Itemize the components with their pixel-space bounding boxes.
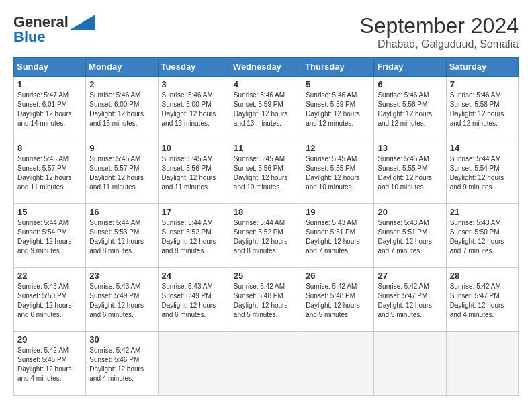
day-number: 13 [378, 143, 442, 153]
day-number: 1 [17, 79, 82, 89]
calendar-cell: 17 Sunrise: 5:44 AM Sunset: 5:52 PM Dayl… [158, 204, 230, 268]
calendar-cell: 8 Sunrise: 5:45 AM Sunset: 5:57 PM Dayli… [14, 140, 86, 204]
calendar-cell: 22 Sunrise: 5:43 AM Sunset: 5:50 PM Dayl… [14, 268, 86, 332]
day-number: 16 [89, 207, 154, 217]
calendar-cell: 21 Sunrise: 5:43 AM Sunset: 5:50 PM Dayl… [446, 204, 518, 268]
day-number: 20 [378, 207, 442, 217]
calendar-cell: 19 Sunrise: 5:43 AM Sunset: 5:51 PM Dayl… [302, 204, 374, 268]
day-info: Sunrise: 5:44 AM Sunset: 5:54 PM Dayligh… [450, 154, 515, 192]
weekday-wednesday: Wednesday [230, 58, 302, 77]
day-number: 5 [306, 79, 370, 89]
day-info: Sunrise: 5:46 AM Sunset: 5:59 PM Dayligh… [234, 91, 298, 128]
day-info: Sunrise: 5:43 AM Sunset: 5:49 PM Dayligh… [162, 282, 226, 320]
calendar-cell: 9 Sunrise: 5:45 AM Sunset: 5:57 PM Dayli… [86, 140, 158, 204]
day-info: Sunrise: 5:42 AM Sunset: 5:46 PM Dayligh… [17, 346, 82, 383]
day-number: 2 [89, 79, 154, 89]
logo-blue: Blue [13, 28, 46, 46]
week-row-2: 8 Sunrise: 5:45 AM Sunset: 5:57 PM Dayli… [14, 140, 519, 204]
day-info: Sunrise: 5:44 AM Sunset: 5:52 PM Dayligh… [234, 218, 298, 256]
day-number: 29 [17, 334, 82, 345]
day-number: 22 [17, 271, 82, 281]
day-number: 12 [306, 143, 370, 153]
calendar-cell: 15 Sunrise: 5:44 AM Sunset: 5:54 PM Dayl… [14, 204, 86, 268]
week-row-3: 15 Sunrise: 5:44 AM Sunset: 5:54 PM Dayl… [14, 204, 519, 268]
calendar-cell: 7 Sunrise: 5:46 AM Sunset: 5:58 PM Dayli… [446, 77, 518, 140]
day-number: 26 [306, 271, 370, 281]
week-row-4: 22 Sunrise: 5:43 AM Sunset: 5:50 PM Dayl… [14, 268, 519, 332]
weekday-sunday: Sunday [14, 58, 86, 77]
weekday-tuesday: Tuesday [158, 58, 230, 77]
day-info: Sunrise: 5:46 AM Sunset: 5:58 PM Dayligh… [378, 91, 442, 128]
calendar-cell: 29 Sunrise: 5:42 AM Sunset: 5:46 PM Dayl… [14, 332, 86, 396]
calendar-cell [446, 332, 518, 396]
day-info: Sunrise: 5:44 AM Sunset: 5:54 PM Dayligh… [17, 218, 82, 256]
day-number: 10 [162, 143, 226, 153]
day-info: Sunrise: 5:46 AM Sunset: 6:00 PM Dayligh… [89, 91, 154, 128]
calendar-cell: 16 Sunrise: 5:44 AM Sunset: 5:53 PM Dayl… [86, 204, 158, 268]
day-number: 19 [306, 207, 370, 217]
day-info: Sunrise: 5:42 AM Sunset: 5:48 PM Dayligh… [234, 282, 298, 320]
logo-icon [70, 15, 95, 30]
calendar-cell: 23 Sunrise: 5:43 AM Sunset: 5:49 PM Dayl… [86, 268, 158, 332]
weekday-thursday: Thursday [302, 58, 374, 77]
calendar-cell: 24 Sunrise: 5:43 AM Sunset: 5:49 PM Dayl… [158, 268, 230, 332]
day-number: 21 [450, 207, 515, 217]
month-title: September 2024 [359, 13, 519, 38]
day-number: 8 [17, 143, 82, 153]
calendar-cell [230, 332, 302, 396]
day-number: 6 [378, 79, 442, 89]
day-info: Sunrise: 5:43 AM Sunset: 5:51 PM Dayligh… [306, 218, 370, 256]
calendar-cell: 13 Sunrise: 5:45 AM Sunset: 5:55 PM Dayl… [374, 140, 446, 204]
calendar-cell: 26 Sunrise: 5:42 AM Sunset: 5:48 PM Dayl… [302, 268, 374, 332]
calendar-cell: 2 Sunrise: 5:46 AM Sunset: 6:00 PM Dayli… [86, 77, 158, 140]
calendar-cell [374, 332, 446, 396]
day-number: 17 [162, 207, 226, 217]
calendar-cell: 18 Sunrise: 5:44 AM Sunset: 5:52 PM Dayl… [230, 204, 302, 268]
day-info: Sunrise: 5:42 AM Sunset: 5:48 PM Dayligh… [306, 282, 370, 320]
calendar-table: SundayMondayTuesdayWednesdayThursdayFrid… [13, 57, 519, 396]
calendar-cell: 25 Sunrise: 5:42 AM Sunset: 5:48 PM Dayl… [230, 268, 302, 332]
calendar-cell: 20 Sunrise: 5:43 AM Sunset: 5:51 PM Dayl… [374, 204, 446, 268]
day-info: Sunrise: 5:42 AM Sunset: 5:47 PM Dayligh… [378, 282, 442, 320]
day-number: 15 [17, 207, 82, 217]
calendar-cell: 5 Sunrise: 5:46 AM Sunset: 5:59 PM Dayli… [302, 77, 374, 140]
weekday-header-row: SundayMondayTuesdayWednesdayThursdayFrid… [14, 58, 519, 77]
week-row-5: 29 Sunrise: 5:42 AM Sunset: 5:46 PM Dayl… [14, 332, 519, 396]
day-number: 24 [162, 271, 226, 281]
day-info: Sunrise: 5:47 AM Sunset: 6:01 PM Dayligh… [17, 91, 82, 128]
calendar-cell: 11 Sunrise: 5:45 AM Sunset: 5:56 PM Dayl… [230, 140, 302, 204]
day-info: Sunrise: 5:43 AM Sunset: 5:50 PM Dayligh… [450, 218, 515, 256]
day-info: Sunrise: 5:43 AM Sunset: 5:49 PM Dayligh… [89, 282, 154, 320]
day-info: Sunrise: 5:45 AM Sunset: 5:56 PM Dayligh… [234, 154, 298, 192]
day-number: 23 [89, 271, 154, 281]
week-row-1: 1 Sunrise: 5:47 AM Sunset: 6:01 PM Dayli… [14, 77, 519, 140]
day-number: 30 [89, 334, 154, 345]
day-number: 11 [234, 143, 298, 153]
day-info: Sunrise: 5:46 AM Sunset: 5:58 PM Dayligh… [450, 91, 515, 128]
calendar-cell: 10 Sunrise: 5:45 AM Sunset: 5:56 PM Dayl… [158, 140, 230, 204]
day-info: Sunrise: 5:43 AM Sunset: 5:50 PM Dayligh… [17, 282, 82, 320]
weekday-monday: Monday [86, 58, 158, 77]
weekday-saturday: Saturday [446, 58, 518, 77]
calendar-cell: 6 Sunrise: 5:46 AM Sunset: 5:58 PM Dayli… [374, 77, 446, 140]
day-info: Sunrise: 5:45 AM Sunset: 5:57 PM Dayligh… [89, 154, 154, 192]
day-number: 7 [450, 79, 515, 89]
day-info: Sunrise: 5:45 AM Sunset: 5:55 PM Dayligh… [306, 154, 370, 192]
svg-marker-0 [70, 15, 95, 30]
day-number: 27 [378, 271, 442, 281]
day-number: 18 [234, 207, 298, 217]
day-info: Sunrise: 5:45 AM Sunset: 5:57 PM Dayligh… [17, 154, 82, 192]
day-info: Sunrise: 5:45 AM Sunset: 5:56 PM Dayligh… [162, 154, 226, 192]
calendar-cell: 30 Sunrise: 5:42 AM Sunset: 5:46 PM Dayl… [86, 332, 158, 396]
day-number: 4 [234, 79, 298, 89]
day-info: Sunrise: 5:46 AM Sunset: 5:59 PM Dayligh… [306, 91, 370, 128]
calendar-cell: 1 Sunrise: 5:47 AM Sunset: 6:01 PM Dayli… [14, 77, 86, 140]
title-area: September 2024 Dhabad, Galguduud, Somali… [359, 13, 519, 50]
day-number: 9 [89, 143, 154, 153]
calendar-cell: 28 Sunrise: 5:42 AM Sunset: 5:47 PM Dayl… [446, 268, 518, 332]
day-info: Sunrise: 5:44 AM Sunset: 5:53 PM Dayligh… [89, 218, 154, 256]
day-info: Sunrise: 5:42 AM Sunset: 5:47 PM Dayligh… [450, 282, 515, 320]
calendar-cell: 27 Sunrise: 5:42 AM Sunset: 5:47 PM Dayl… [374, 268, 446, 332]
weekday-friday: Friday [374, 58, 446, 77]
day-info: Sunrise: 5:45 AM Sunset: 5:55 PM Dayligh… [378, 154, 442, 192]
